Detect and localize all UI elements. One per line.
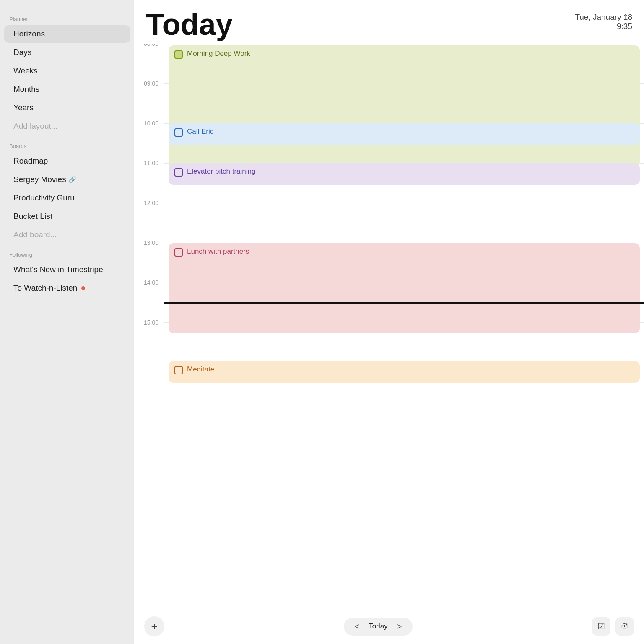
time-label-15: 15:00	[134, 319, 164, 326]
sidebar-item-weeks[interactable]: Weeks	[4, 62, 130, 80]
add-layout-button[interactable]: Add layout...	[4, 117, 130, 135]
timer-icon: ⏱	[621, 622, 629, 631]
sidebar-item-horizons[interactable]: Horizons ···	[4, 25, 130, 43]
nav-group: < Today >	[344, 618, 413, 636]
header-time: 9:35	[575, 22, 632, 31]
event-label-lunch: Lunch with partners	[187, 247, 249, 256]
add-board-button[interactable]: Add board...	[4, 226, 130, 244]
event-checkbox-lunch[interactable]	[174, 248, 183, 257]
event-morning-deep-work[interactable]: Morning Deep Work	[169, 45, 640, 167]
horizons-more-button[interactable]: ···	[110, 29, 121, 39]
event-label-call-eric: Call Eric	[187, 127, 213, 136]
sidebar-item-days[interactable]: Days	[4, 44, 130, 61]
event-checkbox-meditate[interactable]	[174, 366, 183, 374]
main-area: ··· Today Tue, January 18 9:35 08:00 09:…	[134, 0, 644, 644]
nav-today-label: Today	[364, 622, 392, 631]
calendar-scroll: 08:00 09:00 10:00 11:00 12:00	[134, 44, 644, 611]
event-label-meditate: Meditate	[187, 365, 214, 374]
sidebar-item-years[interactable]: Years	[4, 99, 130, 117]
time-label-09: 09:00	[134, 80, 164, 87]
sidebar-item-months[interactable]: Months	[4, 80, 130, 98]
sidebar: Planner Horizons ··· Days Weeks Months Y…	[0, 0, 134, 644]
sidebar-section-boards: Boards	[0, 135, 134, 152]
event-meditate[interactable]: Meditate	[169, 361, 640, 383]
time-label-11: 11:00	[134, 160, 164, 166]
main-header: Today Tue, January 18 9:35	[134, 0, 644, 44]
event-label-morning: Morning Deep Work	[187, 49, 250, 58]
checkbox-view-button[interactable]: ☑	[592, 617, 610, 636]
time-label-13: 13:00	[134, 239, 164, 246]
time-label-14: 14:00	[134, 279, 164, 286]
checkbox-icon: ☑	[597, 621, 605, 631]
sidebar-section-following: Following	[0, 244, 134, 260]
sidebar-item-bucket-list[interactable]: Bucket List	[4, 208, 130, 225]
timer-button[interactable]: ⏱	[615, 617, 634, 636]
time-row-12: 12:00	[134, 203, 644, 243]
event-checkbox-elevator[interactable]	[174, 168, 183, 177]
sidebar-item-whats-new[interactable]: What's New in Timestripe	[4, 261, 130, 278]
add-event-button[interactable]: +	[144, 616, 164, 636]
time-label-10: 10:00	[134, 120, 164, 127]
time-label-08: 08:00	[134, 44, 164, 47]
nav-prev-button[interactable]: <	[351, 620, 364, 633]
event-checkbox-call-eric[interactable]	[174, 128, 183, 137]
time-label-12: 12:00	[134, 200, 164, 206]
bottom-bar: + < Today > ☑ ⏱	[134, 611, 644, 644]
event-lunch[interactable]: Lunch with partners	[169, 243, 640, 333]
sidebar-item-productivity-guru[interactable]: Productivity Guru	[4, 189, 130, 207]
event-checkbox-morning[interactable]	[174, 50, 183, 59]
event-call-eric[interactable]: Call Eric	[169, 123, 640, 145]
notification-dot	[81, 286, 85, 290]
event-label-elevator: Elevator pitch training	[187, 167, 255, 176]
sidebar-item-to-watch[interactable]: To Watch-n-Listen	[4, 279, 130, 297]
link-icon: 🔗	[69, 176, 76, 183]
bottom-icons: ☑ ⏱	[592, 617, 634, 636]
nav-next-button[interactable]: >	[393, 620, 406, 633]
main-more-button[interactable]: ···	[623, 8, 635, 22]
page-title: Today	[146, 9, 233, 39]
sidebar-item-sergey-movies[interactable]: Sergey Movies 🔗	[4, 171, 130, 188]
sidebar-section-planner: Planner	[0, 8, 134, 25]
event-elevator-pitch[interactable]: Elevator pitch training	[169, 163, 640, 185]
sidebar-item-roadmap[interactable]: Roadmap	[4, 152, 130, 170]
